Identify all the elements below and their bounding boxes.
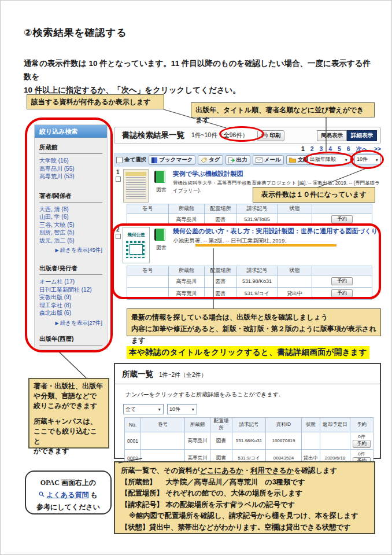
cell-callnumber[interactable]: 531.9/To85	[237, 214, 278, 226]
mail-button[interactable]: メール	[253, 155, 284, 165]
tag-icon	[201, 157, 207, 163]
sort-order-select[interactable]: 出版年降順	[308, 155, 350, 164]
next-page-link[interactable]: 次へ	[356, 145, 368, 152]
show-more-authors-link[interactable]: 続きを表示[45件]	[39, 247, 102, 254]
print-button[interactable]: 印刷	[257, 130, 284, 141]
annotation-orange-underline	[195, 244, 336, 247]
tag-button[interactable]: タグ	[198, 155, 223, 165]
col-due-date: 返却予定日	[320, 418, 350, 432]
col-status: 状態	[278, 266, 312, 275]
cell-due-date	[320, 432, 350, 450]
show-more-publishers-link[interactable]: 続きを表示[27件]	[39, 319, 102, 327]
sidebar-item-year[interactable]: 2019~2015 (25)	[39, 348, 102, 350]
cover-diagram	[130, 244, 143, 255]
holdings-per-page-select[interactable]: 10件	[167, 404, 197, 414]
callout-per-page: 表示件数は１０件になっています	[253, 187, 375, 203]
callout-sort: 出版年、タイトル順、著者名順などに並び替えができます	[191, 102, 375, 117]
sidebar-item-author[interactable]: 大西, 清 (8)	[39, 205, 102, 214]
folder-icon	[289, 157, 296, 163]
book-cover-thumbnail[interactable]	[123, 169, 149, 203]
explain-line-4: 【請求記号】 本の配架場所を示す背ラベルの記号です	[121, 499, 368, 511]
cell-reserve: 予約	[312, 275, 372, 288]
result-number: 1	[116, 169, 120, 175]
printer-icon	[261, 133, 268, 138]
sidebar-item-library[interactable]: 高専荒川 (53)	[39, 172, 102, 181]
cell-callnumber[interactable]: 531.98/Ko31	[237, 275, 278, 288]
sidebar-item-publisher[interactable]: 日刊工業新聞社 (12)	[39, 286, 102, 294]
cover-graphic	[126, 241, 146, 258]
col-reserve: 予約	[350, 418, 373, 432]
chevron-down-icon	[375, 157, 379, 163]
page-number-link[interactable]: 5	[338, 145, 341, 152]
sidebar-item-library[interactable]: 大学院 (16)	[39, 157, 102, 165]
section-title: 出版年(西暦)	[39, 335, 102, 346]
col-status: 状態	[278, 204, 312, 214]
manual-page: ②検索結果を確認する 通常の表示件数は 10 件となっています。11 件目以降の…	[0, 0, 392, 555]
reserve-button[interactable]: 予約	[353, 440, 371, 448]
cell-location: 図書	[205, 288, 237, 300]
sidebar-item-library[interactable]: 高専品川 (55)	[39, 165, 102, 173]
reserve-button[interactable]: 予約	[331, 215, 353, 223]
cell-status	[302, 432, 320, 450]
cell-callnumber[interactable]: 531.98/Ko31	[232, 432, 266, 450]
sidebar-item-author[interactable]: 坂元, 浩二 (5)	[39, 237, 102, 245]
cell-status: 貸出中	[278, 288, 312, 300]
sidebar-item-publisher[interactable]: 理工学社 (8)	[39, 302, 102, 310]
cell-volume	[127, 214, 169, 226]
explain-line-5: ※館内図で配置場所を確認し、請求記号から棚を見つけ、本を探します	[121, 510, 368, 522]
export-button[interactable]: 出力	[225, 155, 250, 165]
callout-edition: 最新の情報を探している場合は、出版年と版を確認しましょう 内容に加筆や修正がある…	[127, 308, 381, 336]
sidebar-item-author[interactable]: 三谷, 大暁 (5)	[39, 221, 102, 229]
cover-title-band	[125, 172, 146, 176]
reserve-button[interactable]: 予約	[331, 289, 353, 297]
sidebar-item-publisher[interactable]: 実教出版 (9)	[39, 293, 102, 302]
opac-note-box: OPAC 画面右上の よくある質問 も 参考にしてください	[25, 471, 112, 514]
col-status: 状態	[302, 418, 320, 432]
material-type: 図書	[153, 170, 169, 194]
result-checkbox[interactable]	[116, 177, 121, 182]
cover-title-text: 幾何公差	[123, 232, 149, 238]
faq-link[interactable]: よくある質問	[46, 491, 88, 499]
page-number-link[interactable]: 2	[310, 145, 314, 152]
sidebar-item-publisher[interactable]: オーム社 (17)	[39, 278, 102, 286]
result-title-link[interactable]: 幾何公差の使い方・表し方：実用設計製図：世界に通用する図面づくり	[173, 227, 378, 236]
cell-no-link[interactable]: 0001	[125, 432, 141, 450]
bookmark-button[interactable]: ブックマーク	[149, 155, 195, 165]
cell-volume	[127, 275, 169, 288]
last-page-link[interactable]: >>	[374, 145, 381, 152]
cell-reserve: 予約	[312, 214, 372, 226]
section-title: 所蔵館	[39, 144, 102, 154]
cell-callnumber[interactable]: 531.9/コイ	[237, 288, 278, 300]
col-volume: 巻号	[127, 266, 169, 275]
sidebar-item-publisher[interactable]: 森北出版 (6)	[39, 309, 102, 317]
col-volume: 巻号	[141, 418, 185, 432]
page-number-link[interactable]: 6	[347, 145, 350, 152]
col-reserve	[312, 266, 372, 275]
table-header-row: 巻号 所蔵館 配置場所 請求記号 状態	[127, 266, 372, 275]
refine-search-header: 絞り込み検索	[35, 125, 107, 138]
table-row: 高専荒川 図書 531.9/コイ 貸出中 予約	[127, 288, 372, 300]
page-number-current: 1	[301, 145, 305, 152]
section-title: 著者/関係者	[39, 192, 102, 203]
simple-view-button[interactable]: 簡易表示	[317, 130, 347, 141]
cell-volume	[141, 432, 185, 450]
select-all-checkbox[interactable]	[116, 157, 123, 163]
per-page-select[interactable]: 10件	[354, 155, 381, 164]
holdings-filter-select[interactable]: 全て	[123, 404, 164, 414]
book-cover-thumbnail[interactable]: 幾何公差	[123, 227, 150, 263]
result-checkbox[interactable]	[116, 234, 121, 239]
reserve-button[interactable]: 予約	[331, 277, 353, 285]
select-all-control: 全て選択	[116, 156, 146, 164]
detail-view-button[interactable]: 詳細表示	[347, 130, 377, 141]
expand-triangle-icon	[56, 247, 60, 253]
table-row: 高専品川 図書 531.9/To85 予約	[127, 214, 372, 226]
page-number-link[interactable]: 3	[320, 145, 323, 152]
sidebar-item-author[interactable]: 別所, 智広 (5)	[39, 229, 102, 237]
col-location: 配置場所	[205, 266, 237, 275]
sidebar-item-author[interactable]: 山田, 学 (6)	[39, 213, 102, 221]
col-location: 配置場所	[205, 204, 237, 214]
pagination: 1 2 3 4 5 6 次へ >>	[114, 145, 381, 153]
callout-refine: 著者・出版社、出版年 や分類、言語などで 絞りこみができます 所蔵キャンパスは、…	[28, 378, 109, 449]
page-number-link[interactable]: 4	[328, 145, 332, 152]
result-title-link[interactable]: 実例で学ぶ機械設計製図	[173, 170, 243, 178]
